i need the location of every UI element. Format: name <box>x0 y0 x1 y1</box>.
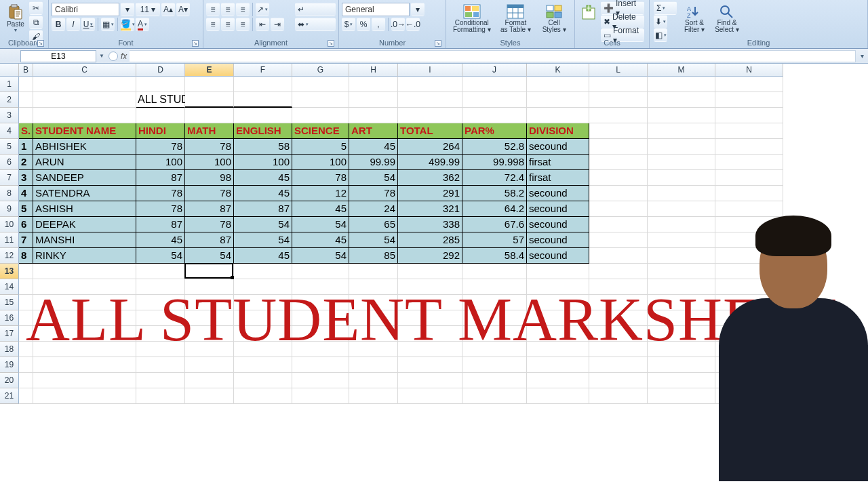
cell-G20[interactable] <box>292 373 349 388</box>
row-header-15[interactable]: 15 <box>0 295 19 310</box>
cell-I1[interactable] <box>398 77 462 92</box>
cell-F12[interactable]: 45 <box>234 248 292 264</box>
cell-L6[interactable] <box>589 155 648 170</box>
cell-D2[interactable]: ALL STUDENT MARKSHEET <box>136 92 185 108</box>
find-select-button[interactable]: Find &Select ▾ <box>711 1 743 35</box>
cell-H10[interactable]: 65 <box>349 217 398 232</box>
increase-decimal-button[interactable]: .0→ <box>391 18 405 31</box>
cell-F10[interactable]: 54 <box>234 217 292 232</box>
cell-C7[interactable]: SANDEEP <box>33 170 136 186</box>
cell-I7[interactable]: 362 <box>398 170 462 186</box>
cell-H21[interactable] <box>349 388 398 404</box>
cell-E4[interactable]: MATH <box>185 123 234 139</box>
cell-L20[interactable] <box>589 373 648 388</box>
cell-F9[interactable]: 87 <box>234 201 292 217</box>
cell-H7[interactable]: 54 <box>349 170 398 186</box>
row-header-3[interactable]: 3 <box>0 108 19 123</box>
cell-M21[interactable] <box>648 388 715 404</box>
cell-H9[interactable]: 24 <box>349 201 398 217</box>
cell-L7[interactable] <box>589 170 648 186</box>
cell-L11[interactable] <box>589 232 648 248</box>
sort-filter-button[interactable]: AZ Sort &Filter ▾ <box>678 1 711 35</box>
cell-F5[interactable]: 58 <box>234 139 292 155</box>
cell-M1[interactable] <box>648 77 715 92</box>
cell-J5[interactable]: 52.8 <box>462 139 527 155</box>
cell-K13[interactable] <box>527 264 589 279</box>
cell-J11[interactable]: 57 <box>462 232 527 248</box>
cell-B13[interactable] <box>19 264 33 279</box>
column-header-D[interactable]: D <box>136 64 185 77</box>
cell-B12[interactable]: 8 <box>19 248 33 264</box>
align-top-button[interactable]: ≡ <box>206 3 220 16</box>
cell-D12[interactable]: 54 <box>136 248 185 264</box>
cell-L1[interactable] <box>589 77 648 92</box>
cell-D6[interactable]: 100 <box>136 155 185 170</box>
cell-K10[interactable]: secound <box>527 217 589 232</box>
comma-button[interactable]: , <box>372 18 385 31</box>
font-dropdown[interactable]: ▾ <box>121 3 134 16</box>
orientation-button[interactable]: ↗▾ <box>256 3 269 16</box>
cell-C4[interactable]: STUDENT NAME <box>33 123 136 139</box>
cell-G19[interactable] <box>292 357 349 373</box>
cell-J9[interactable]: 64.2 <box>462 201 527 217</box>
cell-D10[interactable]: 87 <box>136 217 185 232</box>
cell-D1[interactable] <box>136 77 185 92</box>
cell-D5[interactable]: 78 <box>136 139 185 155</box>
align-bottom-button[interactable]: ≡ <box>236 3 250 16</box>
cell-G7[interactable]: 78 <box>292 170 349 186</box>
column-header-I[interactable]: I <box>398 64 462 77</box>
cell-K12[interactable]: secound <box>527 248 589 264</box>
formula-input[interactable] <box>130 50 856 62</box>
cell-M9[interactable] <box>648 201 715 217</box>
cell-B10[interactable]: 6 <box>19 217 33 232</box>
cell-G5[interactable]: 5 <box>292 139 349 155</box>
cell-M2[interactable] <box>648 92 715 108</box>
cell-I21[interactable] <box>398 388 462 404</box>
cell-E1[interactable] <box>185 77 234 92</box>
cell-B19[interactable] <box>19 357 33 373</box>
cell-F13[interactable] <box>234 264 292 279</box>
cell-F2[interactable] <box>234 92 292 108</box>
expand-formula-bar-button[interactable]: ▾ <box>856 52 868 60</box>
cell-J4[interactable]: PAR% <box>462 123 527 139</box>
cell-E6[interactable]: 100 <box>185 155 234 170</box>
cell-C1[interactable] <box>33 77 136 92</box>
cell-L19[interactable] <box>589 357 648 373</box>
cell-I12[interactable]: 292 <box>398 248 462 264</box>
cell-N3[interactable] <box>715 108 783 123</box>
cell-J10[interactable]: 67.6 <box>462 217 527 232</box>
cell-F8[interactable]: 45 <box>234 186 292 201</box>
cell-M13[interactable] <box>648 264 715 279</box>
conditional-formatting-button[interactable]: ConditionalFormatting ▾ <box>449 1 495 35</box>
cell-D20[interactable] <box>136 373 185 388</box>
cell-C3[interactable] <box>33 108 136 123</box>
increase-font-button[interactable]: A▴ <box>161 3 175 16</box>
cell-E5[interactable]: 78 <box>185 139 234 155</box>
name-box[interactable]: E13 <box>20 50 96 62</box>
row-header-10[interactable]: 10 <box>0 217 19 232</box>
decrease-indent-button[interactable]: ⇤ <box>256 18 269 31</box>
cell-C5[interactable]: ABHISHEK <box>33 139 136 155</box>
row-header-6[interactable]: 6 <box>0 155 19 170</box>
cell-G9[interactable]: 45 <box>292 201 349 217</box>
cell-J6[interactable]: 99.998 <box>462 155 527 170</box>
row-header-7[interactable]: 7 <box>0 170 19 186</box>
row-header-18[interactable]: 18 <box>0 342 19 357</box>
row-header-21[interactable]: 21 <box>0 388 19 404</box>
cell-G8[interactable]: 12 <box>292 186 349 201</box>
cell-K7[interactable]: firsat <box>527 170 589 186</box>
cell-B20[interactable] <box>19 373 33 388</box>
cell-K20[interactable] <box>527 373 589 388</box>
cell-E7[interactable]: 98 <box>185 170 234 186</box>
fill-button[interactable]: ⬇▾ <box>654 15 667 28</box>
cell-L8[interactable] <box>589 186 648 201</box>
cell-D9[interactable]: 78 <box>136 201 185 217</box>
cell-K5[interactable]: secound <box>527 139 589 155</box>
cut-button[interactable]: ✂ <box>29 1 43 15</box>
cell-E12[interactable]: 54 <box>185 248 234 264</box>
cell-C19[interactable] <box>33 357 136 373</box>
align-right-button[interactable]: ≡ <box>236 18 250 31</box>
percent-button[interactable]: % <box>357 18 370 31</box>
cell-F7[interactable]: 45 <box>234 170 292 186</box>
cell-K19[interactable] <box>527 357 589 373</box>
